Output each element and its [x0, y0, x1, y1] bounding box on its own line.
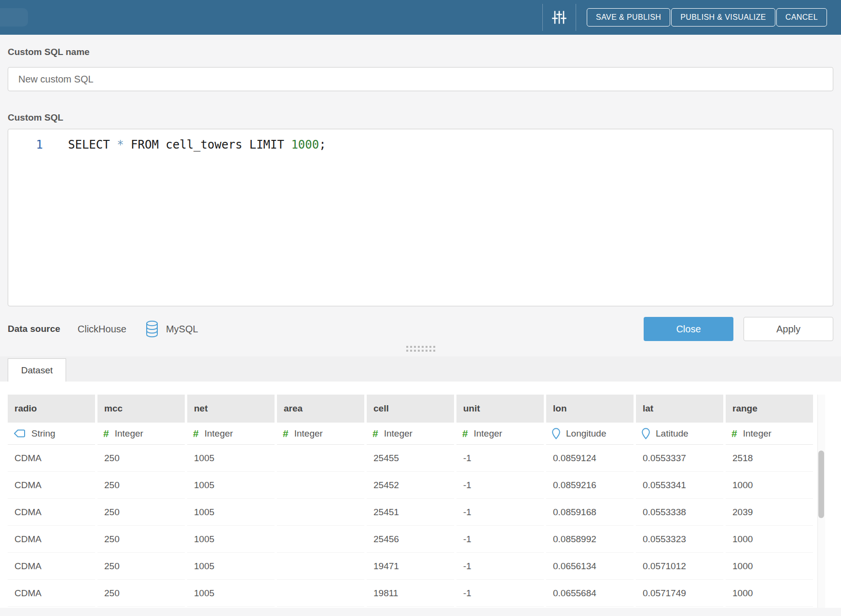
cell-unit: -1 [456, 526, 544, 553]
cell-lon: 0.0655684 [546, 580, 634, 607]
integer-type-icon: # [731, 428, 737, 439]
cell-mcc: 250 [97, 580, 185, 607]
table-row: CDMA250100519811-10.06556840.05717491000 [8, 580, 841, 607]
integer-type-icon: # [462, 428, 468, 439]
column-type-label: String [31, 428, 55, 439]
line-number: 1 [8, 137, 43, 152]
column-header-area[interactable]: area [277, 395, 364, 423]
cell-net: 1005 [187, 526, 275, 553]
cell-cell: 25456 [367, 526, 454, 553]
cell-radio: CDMA [8, 553, 95, 580]
cell-area [277, 445, 364, 472]
cell-unit: -1 [456, 499, 544, 526]
sql-settings-button[interactable] [544, 10, 575, 25]
cell-area [277, 526, 364, 553]
cell-range: 1000 [726, 553, 813, 580]
table-header-row: radiomccnetareacellunitlonlatrange [8, 395, 841, 423]
column-header-mcc[interactable]: mcc [97, 395, 185, 423]
column-header-range[interactable]: range [726, 395, 813, 423]
column-type-label: Integer [474, 428, 502, 439]
cell-radio: CDMA [8, 472, 95, 499]
cell-net: 1005 [187, 472, 275, 499]
cell-mcc: 250 [97, 526, 185, 553]
cell-lat: 0.0571749 [636, 580, 723, 607]
splitter-handle-icon[interactable] [406, 346, 435, 352]
cell-net: 1005 [187, 445, 275, 472]
sliders-icon [551, 10, 567, 25]
cell-cell: 25451 [367, 499, 454, 526]
save-publish-button[interactable]: SAVE & PUBLISH [587, 8, 670, 27]
geo-type-icon [552, 428, 560, 439]
cell-lon: 0.0859216 [546, 472, 634, 499]
integer-type-icon: # [103, 428, 109, 439]
table-scrollbar-thumb[interactable] [818, 451, 824, 518]
column-type-label: Integer [205, 428, 233, 439]
cell-area [277, 580, 364, 607]
cell-lon: 0.0859124 [546, 445, 634, 472]
column-header-lon[interactable]: lon [546, 395, 634, 423]
toolbar-divider [542, 4, 543, 31]
database-icon [145, 320, 159, 338]
apply-button[interactable]: Apply [744, 317, 833, 341]
column-header-net[interactable]: net [187, 395, 275, 423]
top-toolbar: SAVE & PUBLISHPUBLISH & VISUALIZECANCEL [0, 0, 841, 35]
tab-dataset[interactable]: Dataset [8, 358, 66, 382]
column-header-lat[interactable]: lat [636, 395, 723, 423]
cell-lon: 0.0656134 [546, 553, 634, 580]
column-type-label: Latitude [656, 428, 689, 439]
cell-area [277, 472, 364, 499]
cell-cell: 25455 [367, 445, 454, 472]
cell-mcc: 250 [97, 499, 185, 526]
column-header-radio[interactable]: radio [8, 395, 95, 423]
column-type-cell: #Integer [367, 423, 454, 445]
cell-range: 1000 [726, 472, 813, 499]
custom-sql-form: Custom SQL name Custom SQL 1 SELECT * FR… [0, 47, 841, 341]
cell-net: 1005 [187, 580, 275, 607]
column-type-lon: Longitude [546, 423, 634, 445]
cell-mcc: 250 [97, 472, 185, 499]
column-header-cell[interactable]: cell [367, 395, 454, 423]
sql-token-number: 1000 [291, 138, 319, 151]
table-type-row: String#Integer#Integer#Integer#Integer#I… [8, 423, 841, 445]
cell-cell: 19471 [367, 553, 454, 580]
cell-unit: -1 [456, 445, 544, 472]
column-type-label: Longitude [566, 428, 606, 439]
table-body: CDMA250100525455-10.08591240.05533372518… [8, 445, 841, 607]
table-row: CDMA250100525455-10.08591240.05533372518 [8, 445, 841, 472]
data-source-option-clickhouse[interactable]: ClickHouse [78, 324, 126, 335]
cell-unit: -1 [456, 472, 544, 499]
data-source-option-mysql[interactable]: MySQL [145, 320, 198, 338]
publish-visualize-button[interactable]: PUBLISH & VISUALIZE [671, 8, 775, 27]
topbar-ghost-button[interactable] [0, 8, 28, 27]
sql-token-operator: * [117, 138, 124, 151]
column-type-label: Integer [115, 428, 143, 439]
string-type-icon [14, 429, 26, 438]
cell-lat: 0.0553338 [636, 499, 723, 526]
cell-radio: CDMA [8, 445, 95, 472]
column-type-unit: #Integer [456, 423, 544, 445]
close-button[interactable]: Close [644, 317, 733, 341]
cell-mcc: 250 [97, 445, 185, 472]
cell-lat: 0.0553337 [636, 445, 723, 472]
cancel-button[interactable]: CANCEL [776, 8, 827, 27]
cell-cell: 19811 [367, 580, 454, 607]
cell-radio: CDMA [8, 526, 95, 553]
column-header-unit[interactable]: unit [456, 395, 544, 423]
sql-code-editor[interactable]: 1 SELECT * FROM cell_towers LIMIT 1000; [8, 129, 833, 306]
code-line-content: SELECT * FROM cell_towers LIMIT 1000; [43, 137, 326, 152]
table-row: CDMA250100519471-10.06561340.05710121000 [8, 553, 841, 580]
cell-net: 1005 [187, 499, 275, 526]
column-type-mcc: #Integer [97, 423, 185, 445]
dataset-tabstrip: Dataset [0, 356, 841, 382]
column-type-lat: Latitude [636, 423, 723, 445]
cell-cell: 25452 [367, 472, 454, 499]
cell-range: 2518 [726, 445, 813, 472]
cell-lon: 0.0858992 [546, 526, 634, 553]
custom-sql-name-label: Custom SQL name [8, 47, 833, 57]
data-source-option-label: ClickHouse [78, 324, 126, 335]
sql-token-plain: SELECT [68, 138, 117, 151]
panel-splitter[interactable] [0, 341, 841, 356]
integer-type-icon: # [283, 428, 289, 439]
custom-sql-name-input[interactable] [8, 67, 833, 91]
custom-sql-label: Custom SQL [8, 112, 833, 123]
